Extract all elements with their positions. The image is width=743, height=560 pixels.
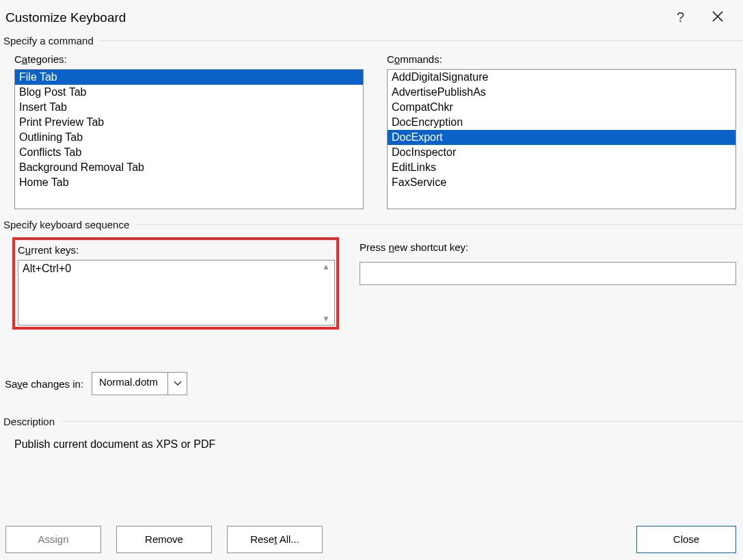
- list-item[interactable]: Conflicts Tab: [15, 145, 363, 160]
- dialog-title: Customize Keyboard: [5, 10, 126, 25]
- assign-button[interactable]: Assign: [5, 526, 101, 553]
- divider: [62, 421, 743, 422]
- save-in-label: Save changes in:: [5, 378, 83, 390]
- save-changes-row: Save changes in: Normal.dotm: [0, 330, 743, 395]
- section-specify-command: Specify a command: [0, 35, 743, 46]
- categories-label-part: C: [14, 53, 22, 65]
- description-text: Publish current document as XPS or PDF: [0, 427, 743, 451]
- sequence-section: Specify keyboard sequence Current keys: …: [0, 219, 743, 330]
- chevron-down-icon[interactable]: [167, 373, 187, 395]
- section-specify-sequence-text: Specify keyboard sequence: [3, 219, 129, 230]
- command-columns: Categories: File TabBlog Post TabInsert …: [0, 46, 743, 209]
- list-item[interactable]: AddDigitalSignature: [388, 70, 735, 85]
- commands-label: Commands:: [387, 53, 736, 65]
- help-icon[interactable]: ?: [677, 10, 684, 25]
- press-new-label-ak: n: [389, 241, 394, 253]
- titlebar: Customize Keyboard ?: [0, 0, 743, 32]
- list-item[interactable]: CompatChkr: [388, 100, 735, 115]
- current-keys-label-part2: rrent keys:: [31, 244, 79, 256]
- close-icon[interactable]: [712, 10, 724, 25]
- new-shortcut-input[interactable]: [360, 262, 736, 285]
- commands-listbox[interactable]: AddDigitalSignatureAdvertisePublishAsCom…: [387, 69, 736, 209]
- close-button[interactable]: Close: [636, 526, 736, 553]
- current-keys-group: Current keys: Alt+Ctrl+0 ▲ ▼: [15, 240, 336, 327]
- commands-label-part2: mmands:: [400, 53, 442, 65]
- list-item[interactable]: Insert Tab: [15, 100, 363, 115]
- divider: [136, 224, 743, 225]
- current-keys-label: Current keys:: [18, 244, 335, 256]
- current-keys-listbox[interactable]: Alt+Ctrl+0 ▲ ▼: [18, 260, 335, 325]
- list-item[interactable]: Background Removal Tab: [15, 160, 363, 175]
- press-new-label: Press new shortcut key:: [360, 241, 736, 253]
- list-item[interactable]: FaxService: [388, 175, 735, 190]
- description-header: Description: [0, 416, 743, 427]
- commands-column: Commands: AddDigitalSignatureAdvertisePu…: [387, 53, 736, 209]
- current-keys-label-part: C: [18, 244, 25, 256]
- divider: [100, 40, 743, 41]
- categories-label: Categories:: [14, 53, 364, 65]
- current-key-item[interactable]: Alt+Ctrl+0: [18, 261, 334, 277]
- current-keys-list-inner: Alt+Ctrl+0: [18, 261, 334, 277]
- description-section: Description Publish current document as …: [0, 416, 743, 451]
- press-new-label-part2: ew shortcut key:: [394, 241, 468, 253]
- commands-label-ak: o: [394, 53, 400, 65]
- dialog-button-row: Assign Remove Reset All... Close: [5, 526, 736, 553]
- save-in-select[interactable]: Normal.dotm: [92, 372, 187, 395]
- save-in-label-part: Sa: [5, 378, 17, 390]
- current-keys-highlight: Current keys: Alt+Ctrl+0 ▲ ▼: [12, 237, 339, 330]
- list-item[interactable]: DocInspector: [388, 145, 735, 160]
- list-item[interactable]: Home Tab: [15, 175, 363, 190]
- list-item[interactable]: Outlining Tab: [15, 130, 363, 145]
- section-specify-sequence: Specify keyboard sequence: [0, 219, 743, 230]
- list-item[interactable]: Blog Post Tab: [15, 85, 363, 100]
- list-item[interactable]: EditLinks: [388, 160, 735, 175]
- current-keys-label-ak: u: [25, 244, 31, 256]
- categories-listbox[interactable]: File TabBlog Post TabInsert TabPrint Pre…: [14, 69, 364, 209]
- list-item[interactable]: AdvertisePublishAs: [388, 85, 735, 100]
- titlebar-controls: ?: [677, 10, 736, 25]
- reset-all-part: Rese: [250, 533, 274, 545]
- scroll-up-icon[interactable]: ▲: [319, 262, 333, 271]
- section-specify-command-text: Specify a command: [3, 35, 94, 46]
- reset-all-button[interactable]: Reset All...: [227, 526, 323, 553]
- scroll-down-icon[interactable]: ▼: [319, 314, 333, 323]
- list-item[interactable]: DocExport: [388, 130, 735, 145]
- current-keys-scrollbar[interactable]: ▲ ▼: [319, 262, 333, 323]
- save-in-value: Normal.dotm: [92, 373, 167, 395]
- categories-label-part2: tegories:: [27, 53, 67, 65]
- sequence-columns: Current keys: Alt+Ctrl+0 ▲ ▼ Press new s…: [0, 230, 743, 330]
- description-header-text: Description: [3, 416, 55, 427]
- list-item[interactable]: DocEncryption: [388, 115, 735, 130]
- reset-all-part2: All...: [277, 533, 299, 545]
- save-in-label-part2: e changes in:: [23, 378, 83, 390]
- list-item[interactable]: Print Preview Tab: [15, 115, 363, 130]
- categories-column: Categories: File TabBlog Post TabInsert …: [14, 53, 364, 209]
- save-in-label-ak: v: [17, 378, 23, 390]
- press-new-group: Press new shortcut key:: [360, 237, 736, 285]
- commands-label-part: C: [387, 53, 394, 65]
- customize-keyboard-dialog: Customize Keyboard ? Specify a command C…: [0, 0, 743, 560]
- press-new-label-part: Press: [360, 241, 389, 253]
- remove-button[interactable]: Remove: [116, 526, 212, 553]
- categories-label-ak: a: [22, 53, 27, 65]
- list-item[interactable]: File Tab: [15, 70, 363, 85]
- categories-list-inner: File TabBlog Post TabInsert TabPrint Pre…: [15, 70, 363, 209]
- commands-list-inner: AddDigitalSignatureAdvertisePublishAsCom…: [388, 70, 735, 209]
